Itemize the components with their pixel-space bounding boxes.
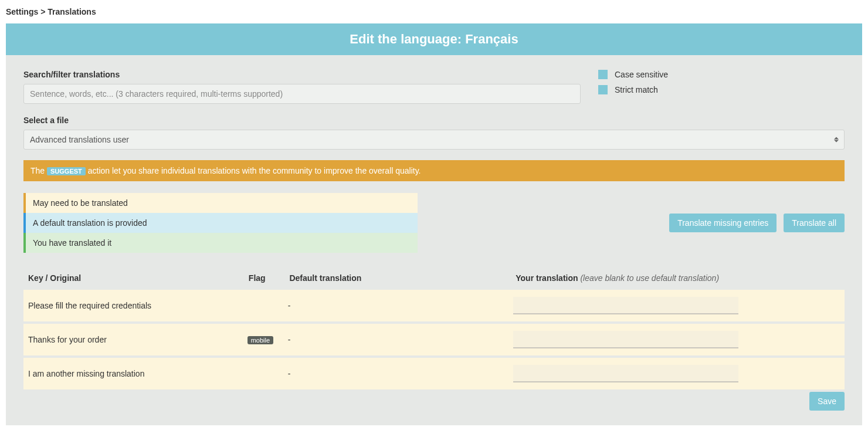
case-sensitive-checkbox[interactable] [598, 70, 608, 79]
cell-key: I am another missing translation [28, 369, 247, 378]
breadcrumb-parent[interactable]: Settings [6, 7, 38, 16]
translate-all-button[interactable]: Translate all [784, 214, 845, 232]
strict-match-row: Strict match [598, 85, 845, 94]
header-your-label: Your translation [516, 273, 578, 283]
header-your-hint: (leave blank to use default translation) [580, 273, 719, 283]
legend-item-blue: A default translation is provided [23, 213, 418, 233]
strict-match-checkbox[interactable] [598, 85, 608, 94]
legend-row: May need to be translated A default tran… [23, 193, 845, 253]
cell-default: - [288, 369, 507, 378]
breadcrumb-current: Translations [48, 7, 96, 16]
info-banner-pre: The [30, 166, 47, 175]
legend-item-yellow: May need to be translated [23, 193, 418, 213]
file-select-label: Select a file [23, 116, 845, 125]
save-button[interactable]: Save [809, 392, 845, 411]
header-flag: Flag [249, 273, 290, 283]
table-row: Please fill the required credentials - [23, 290, 845, 324]
file-select-section: Select a file Advanced translations user [23, 116, 845, 150]
translations-table: Key / Original Flag Default translation … [23, 267, 845, 392]
save-row: Save [23, 392, 845, 411]
legend: May need to be translated A default tran… [23, 193, 418, 253]
breadcrumb-separator: > [40, 7, 45, 16]
table-row: I am another missing translation - [23, 358, 845, 392]
bulk-actions: Translate missing entries Translate all [669, 214, 845, 232]
cell-flag: mobile [247, 335, 288, 344]
cell-key: Thanks for your order [28, 335, 247, 344]
main-container: Edit the language: Français Search/filte… [6, 23, 862, 425]
info-banner-post: action let you share individual translat… [86, 166, 421, 175]
cell-your [507, 297, 840, 314]
breadcrumb: Settings > Translations [0, 0, 868, 23]
table-row: Thanks for your order mobile - [23, 324, 845, 358]
your-translation-input[interactable] [513, 365, 739, 382]
content-area: Search/filter translations Case sensitiv… [6, 55, 862, 425]
search-input[interactable] [23, 84, 581, 104]
filter-row: Search/filter translations Case sensitiv… [23, 70, 845, 104]
search-label: Search/filter translations [23, 70, 581, 79]
header-key: Key / Original [28, 273, 249, 283]
your-translation-input[interactable] [513, 297, 739, 314]
cell-default: - [288, 301, 507, 310]
cell-default: - [288, 335, 507, 344]
legend-item-green: You have translated it [23, 233, 418, 253]
case-sensitive-row: Case sensitive [598, 70, 845, 79]
cell-your [507, 331, 840, 348]
translate-missing-button[interactable]: Translate missing entries [669, 214, 777, 232]
header-default: Default translation [289, 273, 510, 283]
search-section: Search/filter translations [23, 70, 581, 104]
header-your: Your translation (leave blank to use def… [510, 273, 845, 283]
info-banner: The SUGGEST action let you share individ… [23, 160, 845, 181]
your-translation-input[interactable] [513, 331, 739, 348]
flag-badge: mobile [247, 336, 273, 344]
strict-match-label: Strict match [615, 85, 658, 94]
file-select[interactable]: Advanced translations user [23, 130, 845, 150]
cell-your [507, 365, 840, 382]
case-sensitive-label: Case sensitive [615, 70, 668, 79]
cell-key: Please fill the required credentials [28, 301, 247, 310]
suggest-badge: SUGGEST [47, 167, 86, 175]
file-select-wrap: Advanced translations user [23, 130, 845, 150]
page-title: Edit the language: Français [6, 23, 862, 55]
table-header: Key / Original Flag Default translation … [23, 267, 845, 290]
filter-options: Case sensitive Strict match [598, 70, 845, 100]
